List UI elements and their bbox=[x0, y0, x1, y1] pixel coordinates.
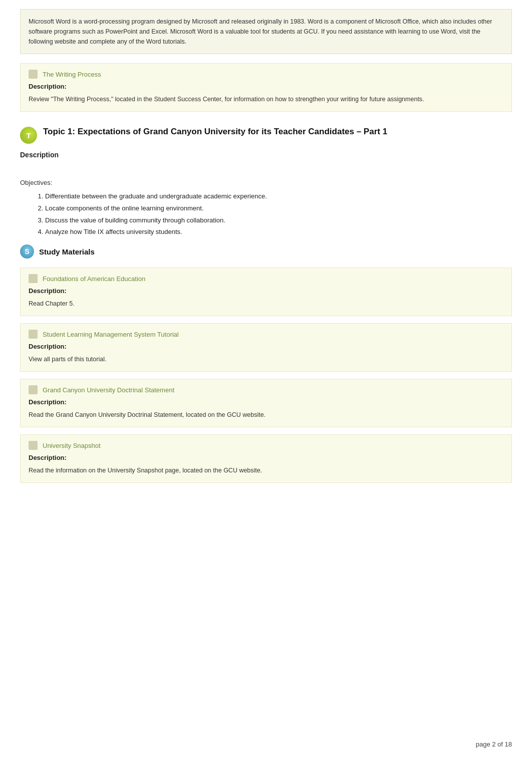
resource-card-1: Student Learning Management System Tutor… bbox=[20, 323, 512, 372]
writing-process-icon bbox=[29, 70, 38, 79]
resource-icon-1 bbox=[29, 330, 38, 339]
writing-process-card: The Writing Process Description: Review … bbox=[20, 63, 512, 112]
resource-description-label-2: Description: bbox=[29, 398, 503, 406]
resource-icon-0 bbox=[29, 274, 38, 283]
resource-link-2[interactable]: Grand Canyon University Doctrinal Statem… bbox=[43, 386, 174, 394]
resource-header-2: Grand Canyon University Doctrinal Statem… bbox=[29, 385, 503, 394]
objectives-list: Differentiate between the graduate and u… bbox=[20, 191, 512, 237]
resources-container: Foundations of American Education Descri… bbox=[20, 268, 512, 483]
writing-process-description-text: Review "The Writing Process," located in… bbox=[29, 94, 503, 104]
topic-description-label: Description bbox=[20, 151, 512, 159]
objective-2: Locate components of the online learning… bbox=[45, 203, 512, 214]
study-materials-header: S Study Materials bbox=[20, 244, 512, 259]
writing-process-link[interactable]: The Writing Process bbox=[43, 71, 101, 78]
page-footer: page 2 of 18 bbox=[476, 740, 512, 748]
study-badge: S bbox=[20, 244, 34, 259]
topic-title: Topic 1: Expectations of Grand Canyon Un… bbox=[43, 126, 387, 138]
resource-card-2: Grand Canyon University Doctrinal Statem… bbox=[20, 379, 512, 427]
resource-description-text-0: Read Chapter 5. bbox=[29, 299, 503, 309]
resource-description-text-2: Read the Grand Canyon University Doctrin… bbox=[29, 410, 503, 420]
study-materials-title: Study Materials bbox=[39, 247, 95, 256]
topic-section: T Topic 1: Expectations of Grand Canyon … bbox=[20, 126, 512, 259]
resource-description-text-1: View all parts of this tutorial. bbox=[29, 354, 503, 364]
resource-link-1[interactable]: Student Learning Management System Tutor… bbox=[43, 331, 179, 338]
resource-header-0: Foundations of American Education bbox=[29, 274, 503, 283]
resource-link-0[interactable]: Foundations of American Education bbox=[43, 275, 145, 283]
resource-card-0: Foundations of American Education Descri… bbox=[20, 268, 512, 316]
writing-process-header: The Writing Process bbox=[29, 70, 503, 79]
resource-link-3[interactable]: University Snapshot bbox=[43, 442, 101, 449]
objective-3: Discuss the value of building community … bbox=[45, 215, 512, 226]
objectives-intro: Objectives: bbox=[20, 179, 512, 186]
resource-description-text-3: Read the information on the University S… bbox=[29, 465, 503, 475]
resource-icon-3 bbox=[29, 441, 38, 450]
topic-header: T Topic 1: Expectations of Grand Canyon … bbox=[20, 126, 512, 144]
resource-description-label-0: Description: bbox=[29, 287, 503, 295]
resource-description-label-3: Description: bbox=[29, 454, 503, 461]
page-info: page 2 of 18 bbox=[476, 740, 512, 748]
resource-header-3: University Snapshot bbox=[29, 441, 503, 450]
intro-text: Microsoft Word is a word-processing prog… bbox=[29, 18, 492, 45]
objective-4: Analyze how Title IX affects university … bbox=[45, 227, 512, 237]
writing-process-description-label: Description: bbox=[29, 83, 503, 90]
resource-description-label-1: Description: bbox=[29, 343, 503, 350]
objective-1: Differentiate between the graduate and u… bbox=[45, 191, 512, 202]
intro-box: Microsoft Word is a word-processing prog… bbox=[20, 9, 512, 54]
resource-card-3: University Snapshot Description: Read th… bbox=[20, 434, 512, 483]
topic-badge: T bbox=[20, 127, 37, 144]
resource-icon-2 bbox=[29, 385, 38, 394]
resource-header-1: Student Learning Management System Tutor… bbox=[29, 330, 503, 339]
